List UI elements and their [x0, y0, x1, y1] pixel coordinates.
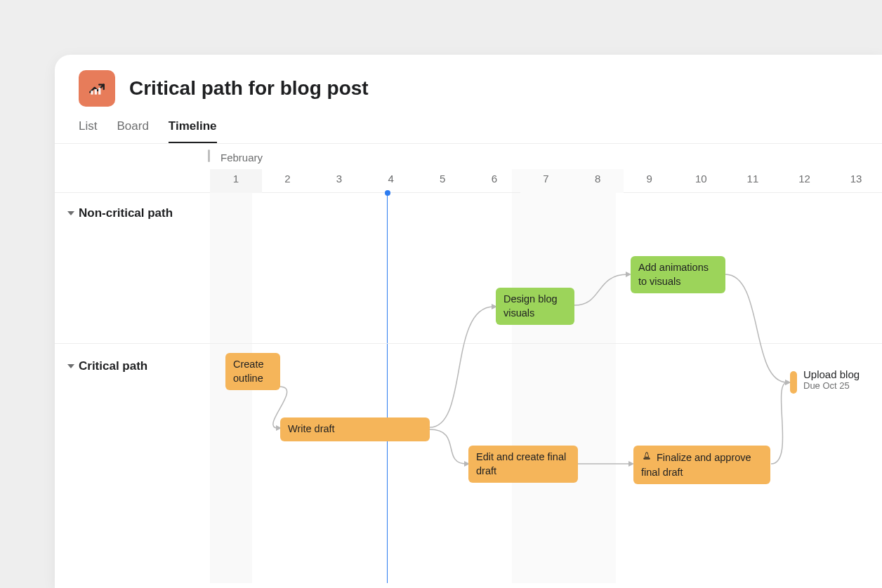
month-mark [208, 149, 210, 162]
milestone-upload[interactable]: Upload blog Due Oct 25 [803, 368, 860, 391]
today-marker-icon [385, 190, 390, 196]
chart-trend-icon [88, 79, 106, 98]
task-add-animations[interactable]: Add animations to visuals [631, 256, 725, 293]
project-title: Critical path for blog post [129, 77, 369, 100]
day-4[interactable]: 4 [365, 169, 417, 193]
task-label: Create outline [233, 359, 264, 384]
day-13[interactable]: 13 [830, 169, 882, 193]
milestone-due: Due Oct 25 [803, 380, 860, 391]
view-tabs: List Board Timeline [79, 119, 858, 143]
day-12[interactable]: 12 [779, 169, 831, 193]
task-create-outline[interactable]: Create outline [225, 353, 280, 390]
caret-down-icon [67, 211, 74, 215]
milestone-label: Upload blog [803, 368, 860, 380]
day-9[interactable]: 9 [624, 169, 676, 193]
today-line [387, 193, 388, 583]
title-row: Critical path for blog post [79, 70, 858, 107]
connectors [55, 144, 882, 583]
tab-timeline[interactable]: Timeline [169, 119, 217, 143]
task-design-visuals[interactable]: Design blog visuals [496, 288, 574, 325]
task-label: Write draft [288, 423, 335, 434]
task-label: Design blog visuals [503, 293, 558, 319]
day-11[interactable]: 11 [727, 169, 779, 193]
day-10[interactable]: 10 [675, 169, 727, 193]
section-non-critical[interactable]: Non-critical path [67, 206, 173, 220]
section-label: Critical path [79, 359, 147, 373]
project-icon [79, 70, 115, 107]
day-5[interactable]: 5 [416, 169, 468, 193]
stamp-icon [641, 450, 652, 466]
day-1[interactable]: 1 [210, 169, 262, 193]
task-edit-draft[interactable]: Edit and create final draft [468, 446, 578, 483]
day-3[interactable]: 3 [313, 169, 365, 193]
caret-down-icon [67, 364, 74, 368]
svg-rect-0 [91, 91, 93, 94]
day-6[interactable]: 6 [468, 169, 520, 193]
days-row: 1 2 3 4 5 6 7 8 9 10 11 12 13 [210, 169, 882, 193]
header: Critical path for blog post List Board T… [55, 55, 882, 143]
timeline-area[interactable]: February 1 2 3 4 5 6 7 8 9 10 11 12 13 [55, 143, 882, 583]
day-header: 1 2 3 4 5 6 7 8 9 10 11 12 13 [55, 169, 882, 193]
tab-list[interactable]: List [79, 119, 97, 143]
section-critical[interactable]: Critical path [67, 359, 147, 373]
tab-board[interactable]: Board [117, 119, 148, 143]
task-write-draft[interactable]: Write draft [280, 417, 430, 441]
day-2[interactable]: 2 [262, 169, 314, 193]
weekend-highlight [512, 169, 616, 583]
day-8[interactable]: 8 [572, 169, 624, 193]
svg-rect-2 [98, 88, 100, 95]
section-label: Non-critical path [79, 206, 173, 220]
section-divider [55, 343, 882, 344]
day-7[interactable]: 7 [520, 169, 572, 193]
task-label: Add animations to visuals [638, 262, 709, 287]
month-label: February [220, 152, 263, 163]
task-finalize-draft[interactable]: Finalize and approve final draft [633, 446, 770, 484]
task-label: Edit and create final draft [476, 451, 566, 476]
milestone-upload-bar[interactable] [790, 371, 797, 394]
project-window: Critical path for blog post List Board T… [55, 55, 882, 588]
svg-rect-1 [95, 89, 97, 95]
task-label: Finalize and approve final draft [641, 452, 751, 478]
